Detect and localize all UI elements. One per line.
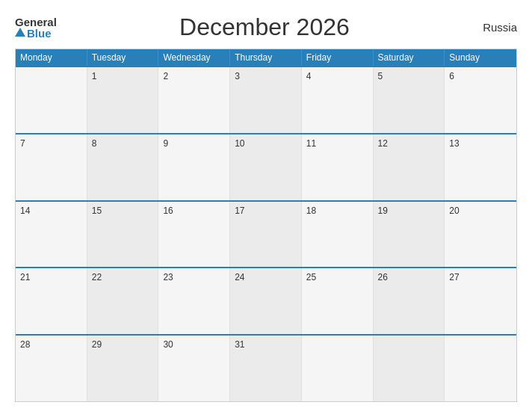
day-number: 31 xyxy=(235,339,244,350)
day-cell-10: 10 xyxy=(230,135,302,200)
day-cell-5: 5 xyxy=(374,67,445,133)
day-number: 9 xyxy=(163,138,168,149)
day-cell-12: 12 xyxy=(374,135,445,200)
header-day-tuesday: Tuesday xyxy=(87,49,159,66)
day-number: 24 xyxy=(235,272,244,282)
day-number: 3 xyxy=(235,71,240,81)
header-day-wednesday: Wednesday xyxy=(158,49,230,66)
day-number: 20 xyxy=(449,206,459,216)
day-cell-13: 13 xyxy=(445,135,516,200)
day-number: 28 xyxy=(20,339,30,350)
header-day-saturday: Saturday xyxy=(374,49,445,66)
day-number: 30 xyxy=(163,339,173,350)
calendar-header-row: MondayTuesdayWednesdayThursdayFridaySatu… xyxy=(16,49,516,66)
calendar-page: General Blue December 2026 Russia Monday… xyxy=(0,0,532,411)
day-number: 21 xyxy=(20,272,30,282)
day-cell-14: 14 xyxy=(16,202,87,268)
day-number: 16 xyxy=(163,206,173,216)
day-cell-21: 21 xyxy=(16,268,87,334)
day-cell-30: 30 xyxy=(158,336,230,401)
day-cell-8: 8 xyxy=(87,135,159,200)
logo: General Blue xyxy=(15,16,57,39)
day-cell-4: 4 xyxy=(302,67,374,133)
day-cell-26: 26 xyxy=(374,268,445,334)
day-number: 22 xyxy=(92,272,102,282)
day-cell-empty xyxy=(374,336,445,401)
day-number: 2 xyxy=(163,71,168,81)
header-day-friday: Friday xyxy=(302,49,374,66)
day-number: 1 xyxy=(92,71,97,81)
day-number: 17 xyxy=(235,206,244,216)
day-cell-empty xyxy=(302,336,374,401)
day-number: 19 xyxy=(378,206,388,216)
logo-general-text: General xyxy=(15,16,57,28)
day-number: 12 xyxy=(378,138,388,149)
day-number: 8 xyxy=(92,138,97,149)
header-day-thursday: Thursday xyxy=(230,49,302,66)
day-cell-empty xyxy=(445,336,516,401)
week-row-1: 78910111213 xyxy=(16,133,516,200)
country-label: Russia xyxy=(472,21,517,34)
day-cell-11: 11 xyxy=(302,135,374,200)
day-cell-17: 17 xyxy=(230,202,302,268)
day-cell-18: 18 xyxy=(302,202,374,268)
week-row-3: 21222324252627 xyxy=(16,267,516,334)
day-cell-23: 23 xyxy=(158,268,230,334)
day-number: 26 xyxy=(378,272,388,282)
day-number: 7 xyxy=(20,138,25,149)
day-cell-1: 1 xyxy=(87,67,159,133)
header-day-monday: Monday xyxy=(16,49,87,66)
day-number: 27 xyxy=(449,272,459,282)
week-row-4: 28293031 xyxy=(16,334,516,401)
logo-triangle-icon xyxy=(15,28,25,37)
day-number: 11 xyxy=(306,138,316,149)
day-number: 10 xyxy=(235,138,244,149)
logo-blue-text: Blue xyxy=(15,28,52,39)
calendar-body: 1234567891011121314151617181920212223242… xyxy=(16,66,516,401)
day-number: 6 xyxy=(449,71,454,81)
calendar-title: December 2026 xyxy=(57,13,472,41)
day-cell-9: 9 xyxy=(158,135,230,200)
day-number: 4 xyxy=(306,71,312,81)
day-number: 25 xyxy=(306,272,316,282)
day-cell-25: 25 xyxy=(302,268,374,334)
day-cell-15: 15 xyxy=(87,202,159,268)
header: General Blue December 2026 Russia xyxy=(15,13,517,41)
day-number: 15 xyxy=(92,206,102,216)
day-number: 5 xyxy=(378,71,383,81)
day-cell-20: 20 xyxy=(445,202,516,268)
day-cell-empty xyxy=(16,67,87,133)
day-number: 14 xyxy=(20,206,30,216)
day-number: 23 xyxy=(163,272,173,282)
day-cell-3: 3 xyxy=(230,67,302,133)
day-cell-2: 2 xyxy=(158,67,230,133)
day-cell-7: 7 xyxy=(16,135,87,200)
day-cell-31: 31 xyxy=(230,336,302,401)
day-cell-19: 19 xyxy=(374,202,445,268)
calendar-grid: MondayTuesdayWednesdayThursdayFridaySatu… xyxy=(15,49,517,402)
day-cell-28: 28 xyxy=(16,336,87,401)
day-cell-24: 24 xyxy=(230,268,302,334)
week-row-2: 14151617181920 xyxy=(16,200,516,268)
day-cell-16: 16 xyxy=(158,202,230,268)
day-cell-22: 22 xyxy=(87,268,159,334)
week-row-0: 123456 xyxy=(16,66,516,133)
day-number: 13 xyxy=(449,138,459,149)
day-number: 29 xyxy=(92,339,102,350)
day-cell-6: 6 xyxy=(445,67,516,133)
day-cell-29: 29 xyxy=(87,336,159,401)
day-cell-27: 27 xyxy=(445,268,516,334)
header-day-sunday: Sunday xyxy=(445,49,516,66)
day-number: 18 xyxy=(306,206,316,216)
